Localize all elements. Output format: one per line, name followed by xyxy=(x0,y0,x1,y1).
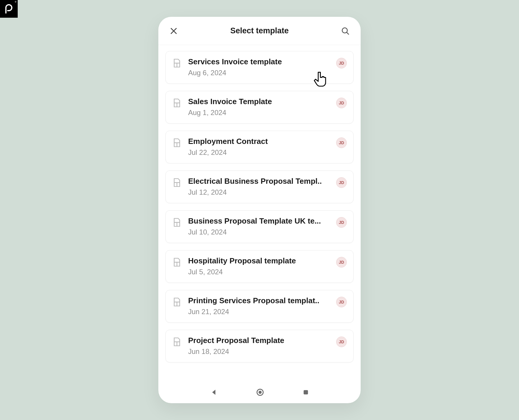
owner-avatar: JD xyxy=(336,137,347,148)
template-date: Jul 10, 2024 xyxy=(188,228,333,236)
svg-point-2 xyxy=(259,391,262,394)
document-icon xyxy=(172,297,182,307)
modal-title: Select template xyxy=(179,26,340,35)
template-item[interactable]: Hospitality Proposal template Jul 5, 202… xyxy=(165,250,354,283)
owner-avatar: JD xyxy=(336,217,347,228)
search-button[interactable] xyxy=(340,26,351,36)
template-list[interactable]: Services Invoice template Aug 6, 2024 JD… xyxy=(158,45,361,383)
template-date: Jul 22, 2024 xyxy=(188,148,333,157)
template-title: Hospitality Proposal template xyxy=(188,256,333,265)
owner-avatar: JD xyxy=(336,337,347,347)
template-title: Project Proposal Template xyxy=(188,336,333,345)
template-title: Sales Invoice Template xyxy=(188,97,333,106)
phone-frame: Select template Services Invoice templat… xyxy=(158,17,361,403)
template-item[interactable]: Printing Services Proposal templat.. Jun… xyxy=(165,290,354,323)
document-icon xyxy=(172,257,182,267)
document-icon xyxy=(172,98,182,108)
owner-avatar: JD xyxy=(336,257,347,268)
android-navbar xyxy=(158,383,361,403)
owner-avatar: JD xyxy=(336,297,347,307)
close-button[interactable] xyxy=(168,26,179,36)
template-title: Electrical Business Proposal Templ.. xyxy=(188,177,333,186)
document-icon xyxy=(172,337,182,347)
document-icon xyxy=(172,178,182,187)
nav-home-button[interactable] xyxy=(256,388,264,398)
owner-avatar: JD xyxy=(336,177,347,188)
template-item[interactable]: Services Invoice template Aug 6, 2024 JD xyxy=(165,51,354,84)
template-title: Printing Services Proposal templat.. xyxy=(188,296,333,305)
owner-avatar: JD xyxy=(336,58,347,68)
nav-back-button[interactable] xyxy=(210,388,218,397)
template-date: Jun 18, 2024 xyxy=(188,347,333,356)
owner-avatar: JD xyxy=(336,98,347,108)
document-icon xyxy=(172,218,182,227)
search-icon xyxy=(341,27,350,35)
nav-recent-button[interactable] xyxy=(303,389,309,397)
template-item[interactable]: Electrical Business Proposal Templ.. Jul… xyxy=(165,170,354,203)
template-title: Business Proposal Template UK te... xyxy=(188,216,333,226)
template-date: Jul 5, 2024 xyxy=(188,268,333,276)
template-date: Jun 21, 2024 xyxy=(188,308,333,316)
template-item[interactable]: Sales Invoice Template Aug 1, 2024 JD xyxy=(165,91,354,124)
template-item[interactable]: Employment Contract Jul 22, 2024 JD xyxy=(165,131,354,163)
brand-logo: ® xyxy=(0,0,18,18)
template-title: Services Invoice template xyxy=(188,57,333,66)
svg-rect-3 xyxy=(304,390,308,395)
modal-header: Select template xyxy=(158,17,361,45)
document-icon xyxy=(172,58,182,68)
template-date: Aug 1, 2024 xyxy=(188,109,333,117)
template-date: Jul 12, 2024 xyxy=(188,188,333,196)
square-recent-icon xyxy=(303,389,309,396)
template-item[interactable]: Project Proposal Template Jun 18, 2024 J… xyxy=(165,330,354,362)
template-item[interactable]: Business Proposal Template UK te... Jul … xyxy=(165,210,354,243)
triangle-back-icon xyxy=(210,388,218,396)
template-date: Aug 6, 2024 xyxy=(188,69,333,77)
close-icon xyxy=(169,27,178,35)
template-title: Employment Contract xyxy=(188,137,333,146)
document-icon xyxy=(172,138,182,147)
circle-home-icon xyxy=(256,388,264,396)
